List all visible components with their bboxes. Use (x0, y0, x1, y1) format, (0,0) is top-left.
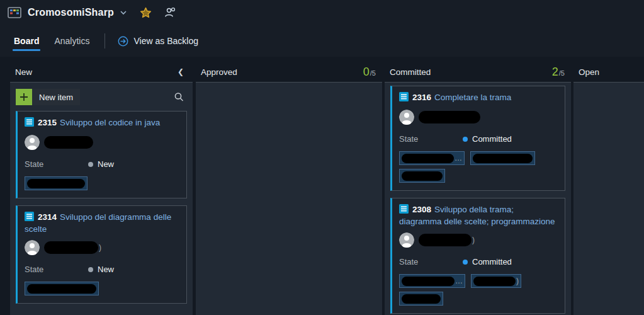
state-value: New (88, 265, 114, 274)
redaction-suffix: ) (99, 243, 101, 252)
column-open: Open (573, 62, 644, 315)
backlog-item-icon (399, 204, 409, 216)
chevron-down-icon[interactable] (120, 10, 127, 15)
column-count: 2 /5 (552, 66, 565, 79)
work-item-card-2314[interactable]: 2314Sviluppo del diagramma delle scelte … (16, 205, 187, 304)
collapse-column-icon[interactable]: ❮ (175, 66, 186, 77)
tag-row (25, 282, 179, 295)
card-list: 2316Completare la trama State C (390, 83, 565, 314)
count-number: 2 (552, 66, 558, 79)
tag-row (399, 292, 558, 306)
redaction-suffix: ) (472, 236, 475, 244)
work-item-title-link[interactable]: Sviluppo del codice in java (60, 118, 160, 127)
new-item-label: New item (32, 89, 80, 105)
column-name: Committed (390, 67, 431, 77)
tag-chip (399, 169, 445, 183)
assigned-to-field[interactable] (25, 135, 179, 150)
tag-redacted (402, 294, 441, 304)
tag-chip (25, 176, 88, 190)
work-item-id: 2308 (412, 205, 431, 214)
work-item-card-2315[interactable]: 2315Sviluppo del codice in java State (16, 111, 187, 198)
state-label: State (399, 257, 463, 266)
tag-row: … ) (399, 274, 558, 288)
new-item-button[interactable]: New item (16, 89, 80, 105)
column-approved-header: Approved 0 /5 (196, 62, 382, 82)
avatar-icon (25, 240, 40, 255)
state-label: State (25, 159, 88, 169)
tag-redacted (473, 154, 533, 163)
kanban-board: New ❮ New item (0, 57, 644, 315)
column-new: New ❮ New item (10, 62, 193, 315)
card-title-row: 2308Sviluppo della trama; diagramma dell… (399, 204, 558, 227)
column-new-header: New ❮ (10, 62, 193, 82)
count-limit: /5 (370, 69, 376, 77)
view-as-backlog-button[interactable]: View as Backlog (118, 25, 198, 57)
work-item-id: 2316 (412, 93, 431, 102)
tag-chip: … (399, 274, 465, 288)
tag-truncation: … (455, 277, 463, 285)
card-title-row: 2314Sviluppo del diagramma delle scelte (25, 212, 179, 234)
column-approved: Approved 0 /5 (196, 62, 382, 315)
state-value: Committed (463, 134, 512, 144)
state-dot-icon (463, 260, 468, 265)
card-list: 2315Sviluppo del codice in java State (16, 105, 187, 304)
backlog-item-icon (25, 212, 34, 224)
assigned-to-field[interactable] (399, 110, 558, 125)
work-item-id: 2315 (38, 118, 57, 127)
tab-analytics[interactable]: Analytics (53, 25, 91, 57)
tab-board[interactable]: Board (13, 25, 40, 57)
column-open-header: Open (573, 62, 644, 82)
invite-person-add-icon[interactable] (164, 7, 176, 18)
favorite-star-icon[interactable] (140, 7, 152, 18)
tag-redacted (402, 277, 455, 286)
count-limit: /5 (559, 69, 565, 77)
tab-board-label: Board (14, 36, 39, 46)
state-field: State Committed (399, 257, 558, 266)
work-item-title-link[interactable]: Completare la trama (434, 93, 511, 102)
tag-row (25, 176, 179, 190)
tag-chip (470, 151, 535, 165)
state-text: New (98, 159, 114, 169)
column-name: Approved (201, 67, 237, 77)
assignee-name-redacted (44, 241, 98, 254)
state-text: Committed (472, 257, 512, 266)
tab-analytics-label: Analytics (54, 36, 89, 46)
state-value: Committed (463, 257, 512, 266)
assigned-to-field[interactable]: ) (25, 240, 179, 255)
state-text: New (98, 265, 114, 274)
column-new-body: New item 2315Sviluppo de (10, 82, 193, 315)
view-as-backlog-label: View as Backlog (133, 36, 198, 46)
tag-chip: … (399, 151, 465, 165)
tab-divider (105, 33, 105, 49)
search-icon[interactable] (172, 90, 186, 104)
card-title-row: 2315Sviluppo del codice in java (25, 117, 179, 129)
work-item-card-2308[interactable]: 2308Sviluppo della trama; diagramma dell… (390, 198, 565, 314)
backlog-arrow-icon (118, 36, 128, 47)
state-field: State New (25, 159, 179, 169)
column-toolbar: New item (16, 89, 187, 105)
state-field: State New (25, 265, 179, 274)
assigned-to-field[interactable]: ) (399, 232, 558, 248)
card-title-row: 2316Completare la trama (399, 92, 558, 104)
tag-chip: ) (471, 274, 521, 288)
state-text: Committed (472, 134, 512, 144)
plus-icon (16, 89, 32, 105)
top-bar: CromosomiSharp (0, 0, 644, 25)
column-committed-body: 2316Completare la trama State C (385, 82, 571, 315)
tag-redacted (27, 179, 85, 188)
backlog-item-icon (399, 92, 409, 104)
column-committed-header: Committed 2 /5 (385, 62, 571, 82)
project-title: CromosomiSharp (28, 7, 114, 18)
state-value: New (88, 159, 114, 169)
state-dot-icon (463, 137, 468, 142)
tag-redacted (402, 171, 443, 181)
assignee-name-redacted (419, 111, 480, 123)
work-item-card-2316[interactable]: 2316Completare la trama State C (390, 86, 565, 191)
tag-redacted (473, 277, 516, 286)
tab-bar: Board Analytics View as Backlog (0, 25, 644, 57)
tag-row (399, 169, 558, 183)
state-label: State (399, 134, 463, 144)
tag-redacted (27, 284, 96, 294)
tag-chip (399, 292, 443, 306)
count-number: 0 (363, 66, 370, 79)
